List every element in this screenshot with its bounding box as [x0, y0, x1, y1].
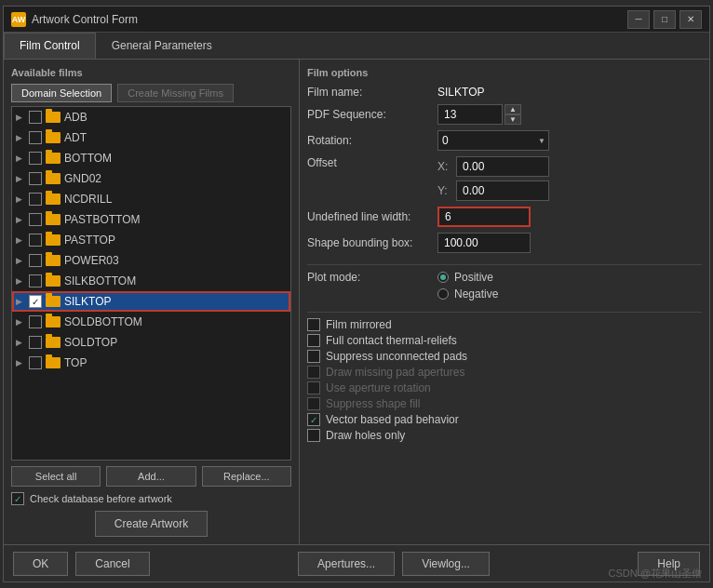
- list-item-silktop[interactable]: ▶ ✓ SILKTOP: [12, 291, 290, 312]
- checkbox-vector-based[interactable]: Vector based pad behavior: [307, 413, 702, 426]
- list-item[interactable]: ▶ BOTTOM: [12, 148, 290, 168]
- film-checkbox[interactable]: [29, 172, 42, 185]
- use-aperture-label: Use aperture rotation: [326, 381, 431, 394]
- pdf-seq-label: PDF Sequence:: [307, 108, 437, 121]
- list-item[interactable]: ▶ ADB: [12, 107, 290, 127]
- film-name: PASTTOP: [64, 234, 287, 247]
- film-checkbox[interactable]: [29, 131, 42, 144]
- film-action-buttons: Select all Add... Replace...: [11, 466, 291, 487]
- film-checkbox[interactable]: [29, 254, 42, 267]
- film-checkbox[interactable]: [29, 111, 42, 124]
- film-checkbox[interactable]: [29, 336, 42, 349]
- checkbox-full-contact[interactable]: Full contact thermal-reliefs: [307, 334, 702, 347]
- offset-x-label: X:: [437, 160, 451, 173]
- checkbox-draw-holes[interactable]: Draw holes only: [307, 429, 702, 442]
- cancel-button[interactable]: Cancel: [75, 552, 149, 576]
- ok-button[interactable]: OK: [13, 552, 68, 576]
- plot-negative-radio[interactable]: [437, 288, 449, 300]
- list-item[interactable]: ▶ TOP: [12, 353, 290, 373]
- expand-icon: ▶: [16, 133, 29, 142]
- folder-icon: [46, 234, 61, 246]
- app-icon: AW: [11, 12, 26, 27]
- film-checkbox[interactable]: [29, 315, 42, 328]
- film-checkbox[interactable]: [29, 234, 42, 247]
- select-all-button[interactable]: Select all: [11, 466, 101, 487]
- full-contact-checkbox[interactable]: [307, 334, 320, 347]
- offset-y-input[interactable]: [456, 180, 549, 201]
- pdf-spin-group: ▲ ▼: [504, 104, 521, 125]
- film-name: GND02: [64, 172, 287, 185]
- create-artwork-button[interactable]: Create Artwork: [95, 511, 208, 537]
- film-checkbox[interactable]: [29, 213, 42, 226]
- list-item[interactable]: ▶ SILKBOTTOM: [12, 271, 290, 291]
- pdf-spin-down[interactable]: ▼: [504, 114, 521, 125]
- checkbox-draw-missing: Draw missing pad apertures: [307, 366, 702, 379]
- film-name: POWER03: [64, 254, 287, 267]
- maximize-button[interactable]: □: [653, 10, 676, 29]
- title-bar: AW Artwork Control Form ─ □ ✕: [4, 7, 709, 33]
- film-checkbox[interactable]: [29, 274, 42, 287]
- film-mirrored-checkbox[interactable]: [307, 318, 320, 331]
- offset-x-input[interactable]: [456, 156, 549, 177]
- window-title: Artwork Control Form: [32, 13, 627, 26]
- plot-mode-row: Plot mode: Positive Negative: [307, 271, 702, 301]
- rotation-select-wrapper: 0 90 180 270: [437, 130, 549, 151]
- film-name: SILKTOP: [64, 295, 287, 308]
- replace-button[interactable]: Replace...: [202, 466, 291, 487]
- list-item[interactable]: ▶ SOLDTOP: [12, 332, 290, 353]
- film-name: NCDRILL: [64, 193, 287, 206]
- list-item[interactable]: ▶ POWER03: [12, 250, 290, 271]
- left-panel: Available films Domain Selection Create …: [4, 60, 300, 544]
- suppress-unconnected-checkbox[interactable]: [307, 350, 320, 363]
- list-item[interactable]: ▶ SOLDBOTTOM: [12, 312, 290, 332]
- shape-bb-label: Shape bounding box:: [307, 236, 437, 249]
- folder-icon: [46, 194, 61, 205]
- film-name-value: SILKTOP: [437, 86, 484, 99]
- film-name-label: Film name:: [307, 86, 437, 99]
- title-controls: ─ □ ✕: [627, 10, 702, 29]
- checkbox-film-mirrored[interactable]: Film mirrored: [307, 318, 702, 331]
- check-db-row: ✓ Check database before artwork: [11, 492, 291, 505]
- suppress-unconnected-label: Suppress unconnected pads: [326, 350, 467, 363]
- suppress-shape-checkbox: [307, 397, 320, 410]
- pdf-spin-up[interactable]: ▲: [504, 104, 521, 114]
- film-name: ADB: [64, 111, 287, 124]
- plot-positive-radio[interactable]: [437, 272, 449, 283]
- check-db-checkbox[interactable]: ✓: [11, 492, 24, 505]
- plot-positive-label: Positive: [454, 271, 493, 284]
- film-checkbox[interactable]: [29, 356, 42, 369]
- list-item[interactable]: ▶ GND02: [12, 168, 290, 189]
- tab-film-control[interactable]: Film Control: [4, 33, 96, 59]
- plot-negative-row[interactable]: Negative: [437, 287, 498, 301]
- checkbox-suppress-unconnected[interactable]: Suppress unconnected pads: [307, 350, 702, 363]
- apertures-button[interactable]: Apertures...: [298, 552, 395, 576]
- film-checkbox[interactable]: ✓: [29, 295, 42, 308]
- list-item[interactable]: ▶ NCDRILL: [12, 189, 290, 209]
- list-item[interactable]: ▶ ADT: [12, 127, 290, 148]
- tab-bar: Film Control General Parameters: [4, 33, 709, 60]
- create-missing-button[interactable]: Create Missing Films: [117, 84, 234, 102]
- film-name: SOLDBOTTOM: [64, 315, 287, 328]
- rotation-select[interactable]: 0 90 180 270: [437, 130, 549, 151]
- pdf-seq-input[interactable]: 13: [437, 104, 503, 125]
- film-checkbox[interactable]: [29, 193, 42, 206]
- tab-general-parameters[interactable]: General Parameters: [96, 33, 228, 59]
- draw-holes-checkbox[interactable]: [307, 429, 320, 442]
- list-item[interactable]: ▶ PASTTOP: [12, 230, 290, 250]
- expand-icon: ▶: [16, 154, 29, 163]
- film-name: SOLDTOP: [64, 336, 287, 349]
- shape-bb-input[interactable]: [437, 233, 531, 253]
- main-content: Available films Domain Selection Create …: [4, 60, 709, 544]
- film-name: PASTBOTTOM: [64, 213, 287, 226]
- undefined-lw-input[interactable]: [437, 207, 531, 227]
- list-item[interactable]: ▶ PASTBOTTOM: [12, 209, 290, 230]
- rotation-label: Rotation:: [307, 134, 437, 147]
- domain-selection-button[interactable]: Domain Selection: [11, 84, 112, 102]
- minimize-button[interactable]: ─: [627, 10, 650, 29]
- plot-positive-row[interactable]: Positive: [437, 271, 498, 284]
- add-button[interactable]: Add...: [106, 466, 195, 487]
- close-button[interactable]: ✕: [679, 10, 702, 29]
- viewlog-button[interactable]: Viewlog...: [402, 552, 490, 576]
- film-checkbox[interactable]: [29, 152, 42, 165]
- vector-based-checkbox[interactable]: [307, 413, 320, 426]
